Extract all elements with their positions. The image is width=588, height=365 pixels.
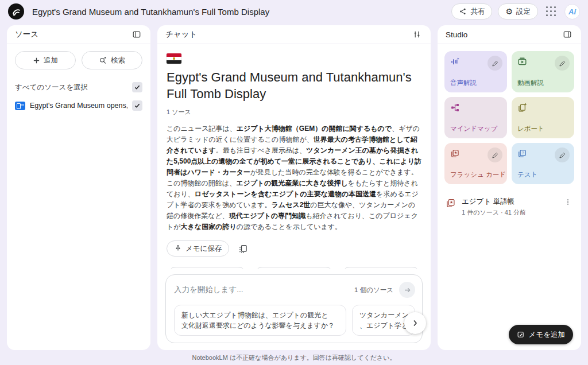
studio-card-label: テスト (517, 170, 537, 179)
source-checkbox[interactable] (132, 100, 142, 111)
collapse-panel-icon[interactable] (562, 29, 573, 40)
add-note-label: メモを追加 (529, 330, 565, 340)
add-source-label: 追加 (44, 56, 58, 65)
select-all-checkbox[interactable] (132, 82, 142, 92)
disclaimer: NotebookLM は不正確な場合があります。回答は再確認してください。 (0, 354, 588, 362)
save-to-note-label: メモに保存 (185, 244, 222, 254)
studio-output-item[interactable]: エジプト 単語帳 1 件のソース · 41 分前 (438, 191, 581, 223)
suggestion-line: 、エジプト学と一般の体験をどの (359, 320, 408, 331)
pin-icon (174, 244, 182, 253)
sources-panel: ソース 追加 検索 (7, 25, 150, 350)
chat-panel-title: チャット (165, 29, 197, 40)
studio-panel-title: Studio (446, 30, 467, 39)
source-item-title: Egypt's Grand Museum opens, displ... (30, 102, 127, 110)
input-source-count: 1 個のソース (354, 286, 393, 294)
chat-input[interactable]: 入力を開始します... (174, 285, 354, 295)
chevron-right-icon (411, 319, 420, 328)
app-header: Egypt's Grand Museum and Tutankhamun's F… (0, 0, 588, 23)
more-options-icon[interactable] (563, 197, 573, 207)
suggestion-line: ツタンカーメン王墓の全遺物を展 (359, 310, 408, 320)
suggestion-line: 文化財返還要求にどのような影響を与えますか？ (181, 320, 339, 331)
settings-button[interactable]: ⚙ 設定 (498, 3, 538, 20)
collapse-panel-icon[interactable] (131, 29, 142, 40)
discover-label: 検索 (111, 56, 125, 65)
chat-settings-icon[interactable] (411, 29, 423, 40)
audio-overview-chip[interactable]: 音声解説 (253, 267, 334, 269)
summary-source-count: 1 ソース (167, 108, 421, 117)
mindmap-chip[interactable]: マインドマップ (341, 267, 421, 269)
notebooklm-logo-icon[interactable] (8, 3, 24, 20)
notebook-title: Egypt's Grand Museum and Tutankhamun's F… (32, 7, 451, 17)
mindmap-icon (450, 103, 501, 112)
source-list-item[interactable]: Egypt's Grand Museum opens, displ... (7, 96, 150, 115)
edit-icon[interactable] (488, 147, 502, 162)
summary-title: Egypt's Grand Museum and Tutankhamun's F… (167, 69, 421, 102)
deck-title: エジプト 単語帳 (462, 197, 526, 207)
edit-icon[interactable] (555, 56, 570, 71)
edit-icon[interactable] (488, 56, 502, 71)
add-source-button[interactable]: 追加 (15, 51, 76, 69)
studio-card-flashcards[interactable]: フラッシュ カード (444, 143, 507, 184)
settings-label: 設定 (516, 7, 531, 17)
discover-search-icon (99, 56, 107, 65)
add-note-button[interactable]: メモを追加 (509, 325, 573, 344)
studio-panel: Studio 音声解説 (438, 25, 581, 350)
avatar[interactable]: Ai (564, 4, 580, 20)
discover-sources-button[interactable]: 検索 (82, 51, 142, 69)
egypt-flag-icon (167, 53, 181, 64)
gear-icon: ⚙ (505, 7, 513, 15)
suggested-question-chip[interactable]: 新しい大エジプト博物館は、エジプトの観光と 文化財返還要求にどのような影響を与え… (174, 305, 346, 336)
chat-panel: チャット Egypt's Grand Museum and Tutankhamu… (157, 25, 431, 350)
web-source-icon (15, 102, 25, 110)
note-edit-icon (517, 331, 525, 339)
sources-panel-title: ソース (15, 29, 38, 40)
share-icon (459, 7, 467, 15)
chat-input-box[interactable]: 入力を開始します... 1 個のソース 新しい大エジプト博物館は、エジプトの観光… (165, 274, 423, 343)
send-button[interactable] (399, 282, 415, 298)
plus-icon (33, 57, 40, 64)
flashcards-icon (446, 198, 456, 208)
share-button[interactable]: 共有 (451, 3, 492, 20)
studio-card-label: フラッシュ カード (450, 170, 506, 179)
chat-summary-area: Egypt's Grand Museum and Tutankhamun's F… (157, 44, 431, 269)
deck-meta: 1 件のソース · 41 分前 (462, 208, 526, 217)
apps-grid-icon[interactable] (544, 4, 559, 19)
next-suggestions-button[interactable] (404, 312, 426, 334)
summary-text: このニュース記事は、エジプト大博物館（GEM）の開館に関するもので、ギザの大ピラ… (167, 123, 421, 232)
copy-icon[interactable] (237, 243, 249, 255)
save-to-note-button[interactable]: メモに保存 (167, 240, 229, 257)
svg-text:?: ? (522, 151, 524, 155)
report-icon (517, 103, 568, 112)
edit-icon[interactable] (555, 147, 570, 162)
studio-card-video-overview[interactable]: 動画解説 (512, 51, 574, 92)
studio-card-quiz[interactable]: ? テスト (512, 143, 574, 184)
studio-card-label: 動画解説 (517, 79, 544, 87)
share-label: 共有 (470, 7, 485, 17)
suggestion-line: 新しい大エジプト博物館は、エジプトの観光と (181, 310, 339, 320)
video-overview-chip[interactable]: 動画解説 (167, 267, 247, 269)
studio-card-mindmap[interactable]: マインドマップ (444, 97, 507, 138)
select-all-sources-label: すべてのソースを選択 (15, 83, 88, 92)
studio-card-report[interactable]: レポート (512, 97, 574, 138)
studio-card-label: マインドマップ (450, 125, 497, 133)
studio-card-label: 音声解説 (450, 79, 477, 87)
studio-card-audio-overview[interactable]: 音声解説 (444, 51, 507, 92)
studio-card-label: レポート (517, 125, 544, 133)
arrow-right-icon (403, 286, 412, 294)
header-actions: 共有 ⚙ 設定 Ai (451, 3, 580, 20)
